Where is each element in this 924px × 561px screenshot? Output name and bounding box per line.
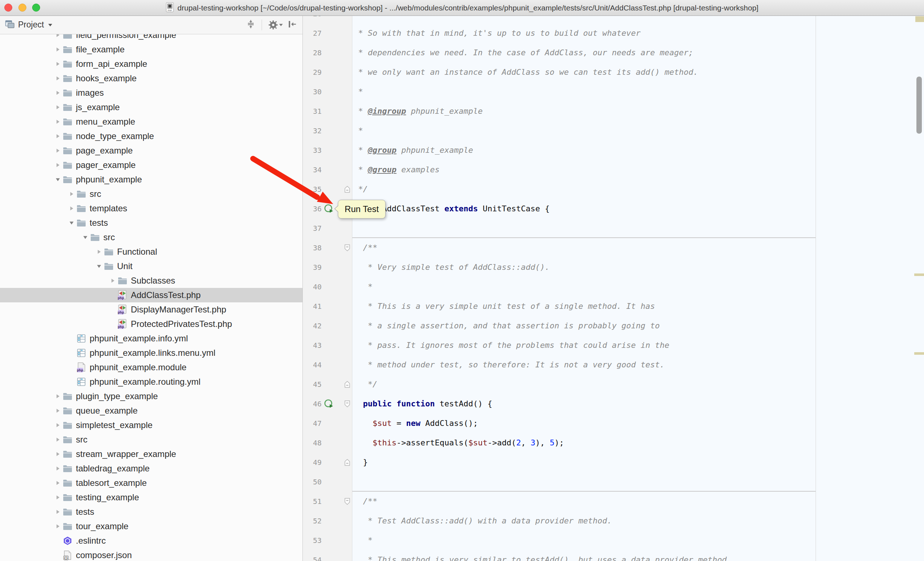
traffic-light-close[interactable] — [4, 4, 12, 12]
tree-row[interactable]: tests — [0, 505, 303, 519]
chevron-collapsed-icon[interactable] — [54, 163, 62, 168]
run-test-gutter-icon[interactable] — [324, 399, 334, 410]
code-line[interactable]: 31 * @ingroup phpunit_example — [303, 102, 924, 121]
traffic-light-zoom[interactable] — [32, 4, 40, 12]
tree-row[interactable]: tabledrag_example — [0, 461, 303, 476]
tree-row[interactable]: simpletest_example — [0, 418, 303, 432]
code-line[interactable]: 30 * — [303, 82, 924, 102]
chevron-collapsed-icon[interactable] — [54, 437, 62, 442]
hide-panel-icon[interactable] — [288, 20, 297, 30]
code-line[interactable]: 26 — [303, 15, 924, 24]
chevron-collapsed-icon[interactable] — [54, 480, 62, 486]
project-panel-title[interactable]: Project — [18, 20, 44, 30]
run-test-gutter-icon[interactable] — [324, 204, 334, 215]
chevron-collapsed-icon[interactable] — [54, 452, 62, 456]
error-stripe-mark[interactable] — [915, 16, 924, 22]
chevron-collapsed-icon[interactable] — [54, 394, 62, 399]
chevron-collapsed-icon[interactable] — [54, 509, 62, 515]
tree-row[interactable]: src — [0, 230, 303, 245]
tree-row[interactable]: queue_example — [0, 404, 303, 418]
code-line[interactable]: 44 * method under test, so therefore: It… — [303, 355, 924, 375]
tree-row[interactable]: .eslintrc — [0, 534, 303, 548]
tree-row[interactable]: phpunit_example — [0, 172, 303, 187]
error-stripe-mark[interactable] — [914, 274, 924, 276]
code-line[interactable]: 37 — [303, 218, 924, 238]
chevron-collapsed-icon[interactable] — [68, 206, 75, 211]
tree-row[interactable]: src — [0, 187, 303, 201]
tree-row[interactable]: phpDisplayManagerTest.php — [0, 302, 303, 317]
tree-row[interactable]: templates — [0, 201, 303, 215]
chevron-expanded-icon[interactable] — [68, 220, 75, 225]
chevron-collapsed-icon[interactable] — [54, 76, 62, 81]
error-stripe-mark[interactable] — [914, 352, 924, 355]
code-line[interactable]: 39 * Very simple test of AddClass::add()… — [303, 257, 924, 277]
tree-row[interactable]: tour_example — [0, 519, 303, 534]
code-line[interactable]: 43 * pass. It ignores most of the proble… — [303, 336, 924, 355]
chevron-collapsed-icon[interactable] — [54, 105, 62, 110]
chevron-collapsed-icon[interactable] — [54, 119, 62, 124]
chevron-expanded-icon[interactable] — [95, 264, 103, 269]
chevron-down-icon[interactable] — [48, 22, 53, 28]
chevron-collapsed-icon[interactable] — [54, 134, 62, 139]
tree-row[interactable]: Subclasses — [0, 274, 303, 288]
chevron-collapsed-icon[interactable] — [54, 34, 62, 37]
fold-start-icon[interactable] — [344, 498, 350, 506]
traffic-light-minimize[interactable] — [18, 4, 26, 12]
fold-end-icon[interactable] — [344, 459, 350, 467]
tree-row[interactable]: js_example — [0, 100, 303, 115]
code-line[interactable]: 48 $this->assertEquals($sut->add(2, 3), … — [303, 433, 924, 453]
tree-row[interactable]: images — [0, 85, 303, 100]
code-line[interactable]: 50 — [303, 472, 924, 492]
code-line[interactable]: 54 * This method is very similar to test… — [303, 550, 924, 561]
chevron-collapsed-icon[interactable] — [68, 191, 75, 196]
tree-row[interactable]: node_type_example — [0, 129, 303, 144]
tree-row[interactable]: phpunit_example.info.yml — [0, 331, 303, 346]
code-line[interactable]: 53 * — [303, 531, 924, 550]
code-line[interactable]: 49 } — [303, 453, 924, 472]
code-line[interactable]: 29 * we only want an instance of AddClas… — [303, 63, 924, 82]
editor[interactable]: 2627 * So with that in mind, it's up to … — [303, 15, 924, 561]
tree-row[interactable]: Functional — [0, 245, 303, 259]
tree-row[interactable]: pager_example — [0, 158, 303, 172]
chevron-collapsed-icon[interactable] — [54, 408, 62, 413]
chevron-collapsed-icon[interactable] — [54, 90, 62, 95]
code-line[interactable]: 52 * Test AddClass::add() with a data pr… — [303, 511, 924, 531]
chevron-collapsed-icon[interactable] — [109, 278, 116, 283]
tree-row-selected[interactable]: phpAddClassTest.php — [0, 288, 303, 302]
code-line[interactable]: 41 * This is a very simple unit test of … — [303, 296, 924, 316]
code-line[interactable]: 42 * a single assertion, and that assert… — [303, 316, 924, 336]
tree-row[interactable]: phpunit_example.routing.yml — [0, 375, 303, 389]
tree-row[interactable]: src — [0, 432, 303, 447]
gear-icon[interactable] — [268, 20, 283, 30]
chevron-collapsed-icon[interactable] — [54, 524, 62, 529]
code-line[interactable]: 34 * @group examples — [303, 160, 924, 180]
code-line[interactable]: 33 * @group phpunit_example — [303, 141, 924, 160]
tree-row[interactable]: phpphpunit_example.module — [0, 360, 303, 375]
tree-row[interactable]: phpProtectedPrivatesTest.php — [0, 317, 303, 331]
code-line[interactable]: 51 /** — [303, 492, 924, 511]
chevron-expanded-icon[interactable] — [54, 177, 62, 182]
fold-end-icon[interactable] — [344, 381, 350, 389]
tree-row[interactable]: hooks_example — [0, 71, 303, 85]
chevron-collapsed-icon[interactable] — [95, 249, 103, 254]
editor-scrollbar-thumb[interactable] — [916, 76, 922, 134]
code-line[interactable]: 35 */ — [303, 180, 924, 199]
tree-row[interactable]: phpunit_example.links.menu.yml — [0, 346, 303, 360]
tree-row[interactable]: stream_wrapper_example — [0, 447, 303, 461]
tree-row[interactable]: page_example — [0, 144, 303, 158]
tree-row[interactable]: form_api_example — [0, 57, 303, 71]
tree-row[interactable]: plugin_type_example — [0, 389, 303, 404]
tree-row[interactable]: tests — [0, 215, 303, 230]
chevron-collapsed-icon[interactable] — [54, 47, 62, 52]
tree-row[interactable]: field_permission_example — [0, 34, 303, 42]
chevron-collapsed-icon[interactable] — [54, 466, 62, 471]
code-line[interactable]: 27 * So with that in mind, it's up to us… — [303, 24, 924, 43]
code-line[interactable]: 38 /** — [303, 238, 924, 257]
tree-row[interactable]: file_example — [0, 42, 303, 57]
chevron-collapsed-icon[interactable] — [54, 495, 62, 500]
tree-row[interactable]: testing_example — [0, 490, 303, 505]
code-line[interactable]: 45 */ — [303, 375, 924, 394]
chevron-collapsed-icon[interactable] — [54, 148, 62, 153]
tree-row[interactable]: menu_example — [0, 115, 303, 129]
tree-row[interactable]: {}composer.json — [0, 548, 303, 561]
